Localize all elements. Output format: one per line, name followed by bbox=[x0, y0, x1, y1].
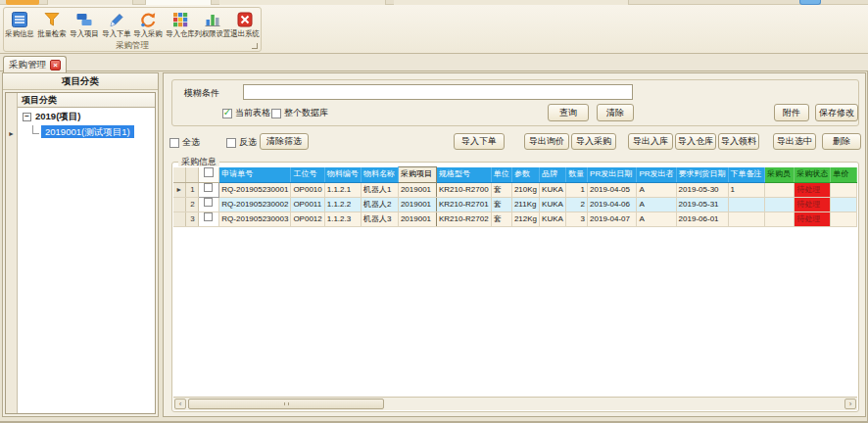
row-indicator-cell[interactable]: ► bbox=[173, 182, 185, 197]
cell[interactable]: 2019-04-05 bbox=[588, 182, 637, 197]
search-button[interactable]: 查询 bbox=[548, 104, 589, 121]
ribbon-button-purchase-info[interactable]: 采购信息 bbox=[4, 9, 36, 40]
cell[interactable]: 机器人3 bbox=[362, 212, 399, 226]
cell[interactable]: 2019-04-06 bbox=[588, 197, 637, 212]
import-order-button[interactable]: 导入下单 bbox=[454, 133, 505, 150]
save-changes-button[interactable]: 保存修改 bbox=[815, 104, 858, 121]
cell[interactable]: 1.1.2.3 bbox=[324, 212, 361, 226]
export-inquiry-button[interactable]: 导出询价 bbox=[524, 133, 569, 150]
row-checkbox-cell[interactable] bbox=[198, 182, 219, 197]
ribbon-button-import-warehouse[interactable]: 导入仓库 bbox=[165, 9, 197, 40]
scroll-right-arrow-icon[interactable]: › bbox=[844, 399, 856, 409]
tree-node-2019001[interactable]: 2019001(测试项目1) bbox=[18, 124, 155, 139]
column-header-0[interactable]: 申请单号 bbox=[219, 167, 291, 183]
column-header-5[interactable]: 规格型号 bbox=[436, 167, 491, 183]
export-selected-button[interactable]: 导出选中 bbox=[773, 133, 816, 150]
ribbon-button-batch-search[interactable]: 批量检索 bbox=[36, 9, 69, 40]
checkbox-invert-selection[interactable]: 反选 bbox=[226, 136, 257, 149]
cell[interactable]: 待处理 bbox=[795, 212, 831, 226]
cell[interactable]: 2019-05-30 bbox=[676, 182, 728, 197]
cell[interactable]: OP0011 bbox=[291, 197, 324, 212]
cell[interactable]: KR210-R2700 bbox=[436, 182, 491, 197]
import-warehouse-button[interactable]: 导入仓库 bbox=[675, 133, 716, 150]
dialog-launcher-icon[interactable] bbox=[252, 43, 258, 49]
cell[interactable]: 套 bbox=[491, 182, 511, 197]
import-purchase-button[interactable]: 导入采购 bbox=[571, 133, 616, 150]
cell[interactable]: A bbox=[637, 212, 676, 226]
column-header-14[interactable]: 采购员 bbox=[764, 167, 794, 183]
cell[interactable]: 2019001 bbox=[398, 212, 436, 226]
cell[interactable]: 1 bbox=[728, 182, 764, 197]
row-checkbox-cell[interactable] bbox=[198, 212, 219, 226]
cell[interactable]: KUKA bbox=[540, 182, 566, 197]
column-header-3[interactable]: 物料名称 bbox=[362, 167, 399, 183]
clear-filter-button[interactable]: 清除筛选 bbox=[260, 133, 309, 150]
cell[interactable]: KUKA bbox=[540, 212, 566, 226]
cell[interactable]: 套 bbox=[491, 212, 511, 226]
import-picking-button[interactable]: 导入领料 bbox=[718, 133, 759, 150]
clear-button[interactable]: 清除 bbox=[597, 104, 634, 121]
cell[interactable] bbox=[728, 212, 764, 226]
column-header-1[interactable]: 工位号 bbox=[291, 167, 324, 183]
cell[interactable]: 机器人1 bbox=[362, 182, 399, 197]
export-inbound-button[interactable]: 导出入库 bbox=[628, 133, 673, 150]
column-header-9[interactable]: 数量 bbox=[566, 167, 588, 183]
horizontal-scrollbar[interactable]: ‹ › bbox=[173, 397, 857, 410]
fuzzy-condition-input[interactable] bbox=[243, 84, 633, 100]
column-header-15[interactable]: 采购状态 bbox=[795, 167, 831, 183]
column-header-12[interactable]: 要求到货日期 bbox=[676, 167, 728, 183]
cell[interactable]: OP0012 bbox=[291, 212, 324, 226]
column-header-4[interactable]: 采购项目 bbox=[398, 167, 436, 183]
cell[interactable] bbox=[728, 197, 764, 212]
column-header-16[interactable]: 单价 bbox=[831, 167, 857, 183]
cell[interactable]: 210Kg bbox=[511, 182, 539, 197]
select-all-header-checkbox[interactable] bbox=[198, 167, 219, 183]
attachment-button[interactable]: 附件 bbox=[774, 104, 809, 121]
cell[interactable] bbox=[764, 182, 794, 197]
cell[interactable]: 2019-05-31 bbox=[676, 197, 728, 212]
cell[interactable]: 待处理 bbox=[795, 182, 831, 197]
checkbox-whole-database[interactable]: 整个数据库 bbox=[271, 107, 328, 119]
tree-node-2019[interactable]: − 2019(项目) bbox=[18, 110, 155, 124]
cell[interactable]: A bbox=[637, 182, 676, 197]
cell[interactable]: 机器人2 bbox=[362, 197, 399, 212]
scrollbar-thumb[interactable] bbox=[188, 399, 384, 409]
cell[interactable]: OP0010 bbox=[291, 182, 324, 197]
column-header-10[interactable]: PR发出日期 bbox=[588, 167, 637, 183]
row-number-cell[interactable]: 2 bbox=[185, 197, 198, 212]
cell[interactable]: 2019001 bbox=[398, 197, 436, 212]
cell[interactable]: RQ-201905230001 bbox=[219, 182, 291, 197]
tree-row-selector-column[interactable]: ► bbox=[6, 93, 18, 413]
cell[interactable]: KUKA bbox=[540, 197, 566, 212]
column-header-13[interactable]: 下单备注 bbox=[728, 167, 764, 183]
cell[interactable]: 212Kg bbox=[511, 212, 539, 226]
cell[interactable]: 1.1.2.2 bbox=[324, 197, 361, 212]
cell[interactable]: 2 bbox=[566, 197, 588, 212]
cell[interactable] bbox=[764, 212, 794, 226]
collapse-icon[interactable]: − bbox=[23, 113, 31, 121]
cell[interactable]: 1 bbox=[566, 182, 588, 197]
cell[interactable]: 2019-04-07 bbox=[588, 212, 637, 226]
cell[interactable]: A bbox=[637, 197, 676, 212]
checkbox-select-all[interactable]: 全选 bbox=[169, 136, 200, 149]
row-number-cell[interactable]: 1 bbox=[185, 182, 198, 197]
checkbox-current-table[interactable]: ✓ 当前表格 bbox=[222, 107, 270, 119]
cell[interactable]: 211Kg bbox=[511, 197, 539, 212]
cell[interactable] bbox=[764, 197, 794, 212]
column-header-7[interactable]: 参数 bbox=[511, 167, 539, 183]
row-indicator-cell[interactable] bbox=[173, 212, 185, 226]
cell[interactable]: 3 bbox=[566, 212, 588, 226]
column-header-8[interactable]: 品牌 bbox=[540, 167, 566, 183]
ribbon-button-import-order[interactable]: 导入下单 bbox=[100, 9, 132, 40]
ribbon-button-column-permission[interactable]: 列权限设置 bbox=[196, 9, 228, 40]
scroll-left-arrow-icon[interactable]: ‹ bbox=[174, 399, 186, 409]
tab-close-icon[interactable]: × bbox=[50, 60, 61, 70]
cell[interactable] bbox=[831, 182, 857, 197]
cell[interactable]: RQ-201905230003 bbox=[219, 212, 291, 226]
cell[interactable] bbox=[831, 197, 857, 212]
delete-button[interactable]: 删除 bbox=[822, 133, 861, 150]
column-header-11[interactable]: PR发出者 bbox=[637, 167, 676, 183]
row-checkbox-cell[interactable] bbox=[198, 197, 219, 212]
cell[interactable]: 2019001 bbox=[398, 182, 436, 197]
cell[interactable]: KR210-R2702 bbox=[436, 212, 491, 226]
